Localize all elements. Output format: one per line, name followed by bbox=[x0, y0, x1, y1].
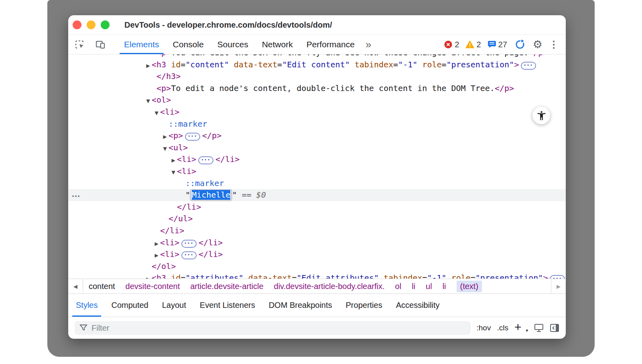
new-style-rule-button[interactable]: + bbox=[514, 321, 522, 333]
more-options-icon[interactable]: ⋮ bbox=[549, 40, 559, 49]
inline-expand-icon[interactable]: ••• bbox=[198, 156, 213, 164]
dom-tree-row[interactable]: ::marker bbox=[68, 178, 566, 190]
expand-arrow-right-icon[interactable]: ▶ bbox=[153, 250, 160, 262]
breadcrumb-scroll-right-icon[interactable]: ▶ bbox=[551, 279, 566, 293]
console-errors-badge[interactable]: 2 bbox=[444, 40, 459, 49]
sidebar-toggle-icon[interactable] bbox=[550, 324, 559, 332]
breadcrumb-item[interactable]: li bbox=[443, 282, 446, 291]
tab-computed[interactable]: Computed bbox=[104, 294, 155, 317]
circular-arrow-icon[interactable] bbox=[514, 39, 526, 50]
more-tabs-icon[interactable]: » bbox=[366, 39, 370, 50]
maximize-button[interactable] bbox=[101, 20, 110, 29]
minimize-button[interactable] bbox=[87, 20, 95, 29]
code-token-pseudo: ::marker bbox=[169, 119, 207, 129]
filter-input[interactable]: Filter bbox=[75, 321, 471, 335]
breadcrumb-item[interactable]: article.devsite-article bbox=[190, 282, 263, 291]
tab-accessibility[interactable]: Accessibility bbox=[389, 294, 447, 317]
toolbar-tabs: Elements Console Sources Network Perform… bbox=[117, 35, 362, 54]
tab-event-listeners[interactable]: Event Listeners bbox=[193, 294, 262, 317]
expand-arrow-down-icon[interactable]: ▼ bbox=[161, 143, 169, 155]
tab-elements[interactable]: Elements bbox=[117, 35, 166, 54]
tab-styles[interactable]: Styles bbox=[69, 294, 104, 317]
inline-edit-box[interactable]: Michelle bbox=[191, 190, 232, 200]
dom-tree-row[interactable]: ::marker bbox=[68, 118, 566, 130]
dom-tree-row[interactable]: ▶<li>•••</li> bbox=[68, 237, 566, 249]
dom-tree-lines: <p>You can edit the DOM on the fly and s… bbox=[68, 55, 566, 279]
expand-arrow-down-icon[interactable]: ▼ bbox=[153, 107, 160, 119]
dom-tree-row[interactable]: ▶<p>•••</p> bbox=[68, 130, 566, 142]
inspect-element-icon[interactable] bbox=[75, 40, 85, 49]
breadcrumb-scroll-left-icon[interactable]: ◀ bbox=[68, 279, 83, 293]
rendering-emulation-icon[interactable] bbox=[534, 324, 544, 332]
breadcrumb-item-selected[interactable]: (text) bbox=[457, 281, 482, 292]
toggle-element-state-button[interactable]: :hov bbox=[477, 324, 491, 332]
dom-tree-row[interactable]: ▶<h3 id="content" data-text="Edit conten… bbox=[68, 59, 566, 71]
element-classes-button[interactable]: .cls bbox=[497, 324, 508, 332]
warning-count: 2 bbox=[476, 40, 481, 49]
dom-tree-row[interactable]: ▼<ol> bbox=[68, 94, 566, 106]
expand-arrow-right-icon[interactable]: ▶ bbox=[144, 60, 152, 72]
tab-layout[interactable]: Layout bbox=[155, 294, 193, 317]
dom-tree-row[interactable]: </li> bbox=[68, 201, 566, 213]
code-token-attr: role bbox=[447, 273, 471, 279]
code-token-tag: <p> bbox=[156, 83, 171, 93]
dom-tree-panel[interactable]: <p>You can edit the DOM on the fly and s… bbox=[68, 55, 566, 279]
new-style-rule-caret-icon: ▾ bbox=[526, 328, 528, 333]
dom-tree-row[interactable]: ▶<li>•••</li> bbox=[68, 249, 566, 261]
breadcrumb-item[interactable]: content bbox=[89, 282, 115, 291]
dom-tree-row[interactable]: ▼<li> bbox=[68, 166, 566, 178]
breadcrumb-item[interactable]: ol bbox=[395, 282, 402, 291]
expand-arrow-right-icon[interactable]: ▶ bbox=[161, 131, 169, 143]
code-token-attr: role bbox=[417, 60, 441, 69]
settings-icon[interactable]: ⚙ bbox=[533, 39, 542, 50]
code-token-tag: </ol> bbox=[152, 261, 176, 271]
dom-tree-row[interactable]: …"Michelle" == $0 bbox=[68, 189, 566, 201]
tab-dom-breakpoints[interactable]: DOM Breakpoints bbox=[262, 294, 339, 317]
dom-tree-row[interactable]: ▼<ul> bbox=[68, 142, 566, 154]
dom-tree-row[interactable]: ▼<li> bbox=[68, 106, 566, 118]
error-count: 2 bbox=[455, 40, 459, 49]
edited-text-selection[interactable]: Michelle bbox=[192, 190, 230, 200]
expand-arrow-right-icon[interactable]: ▶ bbox=[144, 273, 152, 279]
inline-expand-icon[interactable]: ••• bbox=[181, 240, 197, 248]
breadcrumb-item[interactable]: devsite-content bbox=[126, 282, 180, 291]
inline-expand-icon[interactable]: ••• bbox=[550, 275, 565, 279]
tab-console[interactable]: Console bbox=[166, 35, 211, 54]
dom-tree-row[interactable]: ▶<li>•••</li> bbox=[68, 154, 566, 166]
dom-tree-row[interactable]: </ol> bbox=[68, 261, 566, 273]
error-icon bbox=[444, 40, 453, 49]
code-token-tag: </ul> bbox=[169, 214, 193, 223]
tab-properties[interactable]: Properties bbox=[339, 294, 389, 317]
code-token-tag: <h3 bbox=[152, 273, 166, 279]
dom-tree-row[interactable]: <p>You can edit the DOM on the fly and s… bbox=[68, 55, 566, 59]
code-token-tag: > bbox=[543, 273, 548, 279]
dom-tree-row[interactable]: ▶<h3 id="attributes" data-text="Edit att… bbox=[68, 272, 566, 279]
accessibility-overlay-button[interactable] bbox=[532, 107, 550, 124]
issues-badge[interactable]: 27 bbox=[488, 40, 507, 49]
dom-tree-row[interactable]: <p>To edit a node's content, double-clic… bbox=[68, 83, 566, 95]
breadcrumb-item[interactable]: ul bbox=[426, 282, 432, 291]
row-overflow-dots-icon[interactable]: … bbox=[71, 188, 81, 200]
expand-arrow-down-icon[interactable]: ▼ bbox=[170, 167, 177, 179]
breadcrumb-item[interactable]: div.devsite-article-body.clearfix. bbox=[274, 282, 385, 291]
tab-sources[interactable]: Sources bbox=[211, 35, 255, 54]
console-warnings-badge[interactable]: 2 bbox=[465, 40, 481, 49]
expand-arrow-right-icon[interactable]: ▶ bbox=[170, 155, 177, 167]
tab-performance[interactable]: Performance bbox=[300, 35, 362, 54]
expand-arrow-down-icon[interactable]: ▼ bbox=[144, 95, 152, 107]
code-token-tag: <h3 bbox=[152, 60, 166, 69]
inline-expand-icon[interactable]: ••• bbox=[521, 62, 536, 70]
inline-expand-icon[interactable]: ••• bbox=[181, 251, 197, 259]
expand-arrow-right-icon[interactable]: ▶ bbox=[153, 238, 160, 250]
inline-expand-icon[interactable]: ••• bbox=[185, 133, 200, 141]
close-button[interactable] bbox=[73, 20, 81, 29]
title-bar: DevTools - developer.chrome.com/docs/dev… bbox=[68, 15, 566, 35]
dom-tree-row[interactable]: </h3> bbox=[68, 71, 566, 83]
tab-network[interactable]: Network bbox=[255, 35, 300, 54]
device-toolbar-icon[interactable] bbox=[95, 40, 105, 49]
breadcrumb-item[interactable]: li bbox=[412, 282, 415, 291]
code-token-eq: = bbox=[277, 60, 282, 69]
dom-tree-row[interactable]: </li> bbox=[68, 225, 566, 237]
dom-tree-row[interactable]: </ul> bbox=[68, 213, 566, 225]
code-token-txt: You can edit the DOM on the fly and see … bbox=[171, 55, 528, 57]
